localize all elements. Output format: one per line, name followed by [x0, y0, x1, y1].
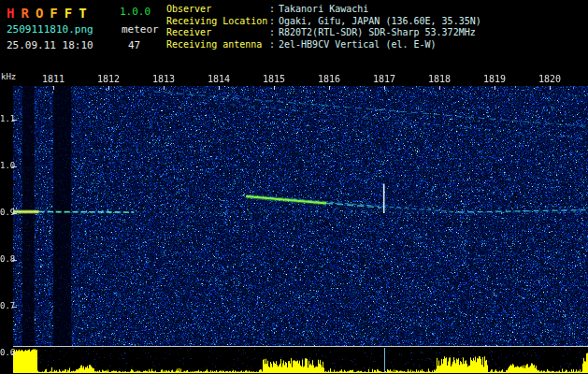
- x-tick-mark: [219, 86, 220, 90]
- info-row-observer: Observer : Takanori Kawachi: [166, 4, 481, 16]
- y-tick-label: 0.8: [0, 254, 15, 264]
- y-tick-label: 0.6: [0, 348, 15, 357]
- info-label: Observer: [166, 4, 269, 16]
- y-tick-mark: [12, 307, 17, 308]
- y-tick-mark: [12, 213, 17, 214]
- y-tick-label: 0.9: [0, 208, 15, 217]
- mode-label: meteor: [122, 23, 159, 36]
- x-tick-label: 1814: [206, 74, 232, 84]
- app-title-letter: H: [7, 6, 14, 21]
- y-axis-unit: kHz: [1, 72, 16, 81]
- x-tick-label: 1816: [316, 74, 342, 84]
- y-tick-mark: [12, 353, 17, 354]
- x-tick-mark: [495, 86, 495, 90]
- info-colon: :: [269, 16, 279, 28]
- x-tick-mark: [329, 86, 330, 90]
- app-title-letter: R: [21, 6, 28, 21]
- info-colon: :: [269, 27, 279, 39]
- output-filename: 2509111810.png: [7, 23, 93, 36]
- app-title-letter: T: [79, 6, 86, 21]
- info-label: Receiving antenna: [166, 39, 269, 51]
- x-tick-label: 1819: [481, 74, 508, 84]
- meter-separator-line: [13, 346, 588, 347]
- y-tick-mark: [12, 120, 17, 121]
- datetime-label: 25.09.11 18:10: [7, 39, 93, 51]
- info-label: Receiving Location: [166, 16, 269, 28]
- info-row-location: Receiving Location : Ogaki, Gifu, JAPAN …: [166, 16, 481, 28]
- x-tick-mark: [384, 86, 385, 90]
- x-tick-mark: [550, 86, 551, 90]
- x-tick-label: 1820: [537, 74, 563, 84]
- second-counter: 47: [128, 39, 140, 51]
- y-tick-label: 1.0: [0, 161, 15, 170]
- app-title-letter: F: [65, 6, 72, 21]
- info-row-receiver: Receiver : R820T2(RTL-SDR) SDR-Sharp 53.…: [166, 27, 481, 39]
- y-tick-label: 1.1: [0, 114, 15, 123]
- meter-canvas: [13, 348, 588, 373]
- x-tick-label: 1815: [261, 74, 287, 84]
- station-info: Observer : Takanori Kawachi Receiving Lo…: [166, 4, 481, 50]
- info-value: Takanori Kawachi: [279, 4, 368, 16]
- x-tick-label: 1811: [40, 74, 66, 84]
- x-tick-label: 1812: [95, 74, 122, 84]
- hrofft-output-window: HROFFT 1.0.0 2509111810.png meteor 25.09…: [0, 0, 588, 374]
- x-tick-mark: [274, 86, 275, 90]
- app-title-letter: O: [36, 6, 43, 21]
- spectrogram-canvas: [13, 86, 588, 346]
- app-title-letter: F: [50, 6, 57, 21]
- x-tick-mark: [108, 86, 109, 90]
- y-tick-mark: [12, 166, 17, 167]
- x-tick-mark: [53, 86, 54, 90]
- app-title: HROFFT: [7, 4, 93, 22]
- x-tick-label: 1817: [371, 74, 397, 84]
- info-colon: :: [269, 4, 279, 16]
- info-row-antenna: Receiving antenna : 2el-HB9CV Vertical (…: [166, 39, 481, 51]
- x-tick-mark: [164, 86, 165, 90]
- x-tick-label: 1813: [151, 74, 177, 84]
- y-tick-label: 0.7: [0, 301, 15, 310]
- info-value: 2el-HB9CV Vertical (el. E-W): [279, 39, 437, 51]
- info-value: R820T2(RTL-SDR) SDR-Sharp 53.372MHz: [279, 27, 476, 39]
- app-version: 1.0.0: [120, 6, 151, 18]
- y-tick-mark: [12, 260, 17, 261]
- x-tick-mark: [439, 86, 440, 90]
- info-label: Receiver: [166, 27, 269, 39]
- x-tick-label: 1818: [426, 74, 452, 84]
- info-value: Ogaki, Gifu, JAPAN (136.60E, 35.35N): [279, 16, 481, 28]
- info-colon: :: [269, 39, 279, 51]
